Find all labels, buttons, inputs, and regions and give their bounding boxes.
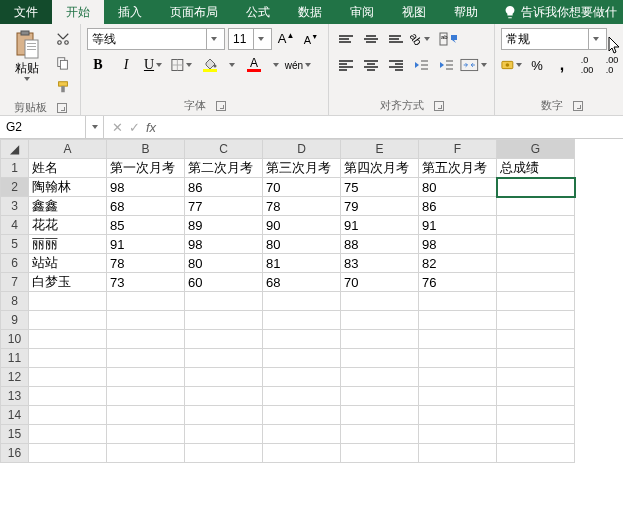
merge-center-button[interactable] (460, 54, 488, 76)
select-all-corner[interactable]: ◢ (1, 140, 29, 159)
row-header[interactable]: 2 (1, 178, 29, 197)
accounting-format-button[interactable] (501, 54, 523, 76)
cell[interactable] (419, 349, 497, 368)
cell[interactable] (107, 387, 185, 406)
cell[interactable] (341, 311, 419, 330)
cell[interactable]: 鑫鑫 (29, 197, 107, 216)
chevron-down-icon[interactable] (229, 63, 237, 67)
row-header[interactable]: 9 (1, 311, 29, 330)
increase-font-button[interactable]: A▲ (275, 28, 297, 50)
cell[interactable] (107, 311, 185, 330)
cell[interactable] (419, 311, 497, 330)
name-box-dropdown[interactable] (86, 116, 104, 138)
cell[interactable] (497, 406, 575, 425)
cell[interactable] (341, 349, 419, 368)
cell[interactable] (419, 406, 497, 425)
cell[interactable] (185, 349, 263, 368)
col-header[interactable]: E (341, 140, 419, 159)
cell[interactable] (29, 330, 107, 349)
cell[interactable] (263, 444, 341, 463)
increase-indent-button[interactable] (435, 54, 457, 76)
cell[interactable] (185, 368, 263, 387)
cell[interactable] (497, 216, 575, 235)
align-right-button[interactable] (385, 54, 407, 76)
row-header[interactable]: 16 (1, 444, 29, 463)
cell[interactable] (29, 311, 107, 330)
cell[interactable]: 花花 (29, 216, 107, 235)
row-header[interactable]: 3 (1, 197, 29, 216)
cell[interactable]: 68 (107, 197, 185, 216)
name-box[interactable]: G2 (0, 116, 86, 138)
cell[interactable] (341, 406, 419, 425)
cell[interactable]: 83 (341, 254, 419, 273)
row-header[interactable]: 11 (1, 349, 29, 368)
cell[interactable]: 89 (185, 216, 263, 235)
tab-file[interactable]: 文件 (0, 0, 52, 24)
cell[interactable]: 70 (263, 178, 341, 197)
cell[interactable]: 85 (107, 216, 185, 235)
tab-help[interactable]: 帮助 (440, 0, 492, 24)
cell[interactable] (497, 368, 575, 387)
row-header[interactable]: 10 (1, 330, 29, 349)
cell[interactable]: 98 (107, 178, 185, 197)
cell[interactable] (107, 292, 185, 311)
cell[interactable]: 70 (341, 273, 419, 292)
cell[interactable] (107, 425, 185, 444)
cell[interactable] (29, 368, 107, 387)
cell[interactable] (263, 406, 341, 425)
chevron-down-icon[interactable] (273, 63, 281, 67)
cell[interactable]: 第一次月考 (107, 159, 185, 178)
cell[interactable]: 91 (341, 216, 419, 235)
align-left-button[interactable] (335, 54, 357, 76)
cell[interactable]: 91 (107, 235, 185, 254)
font-color-button[interactable]: A (243, 54, 265, 76)
cell[interactable] (497, 235, 575, 254)
cell[interactable] (185, 311, 263, 330)
tab-insert[interactable]: 插入 (104, 0, 156, 24)
cell[interactable]: 76 (419, 273, 497, 292)
cell[interactable] (263, 368, 341, 387)
cell[interactable] (341, 330, 419, 349)
cell[interactable] (341, 368, 419, 387)
font-name-combo[interactable]: 等线 (87, 28, 225, 50)
align-bottom-button[interactable] (385, 28, 407, 50)
cell[interactable] (29, 387, 107, 406)
cell[interactable] (341, 444, 419, 463)
wrap-text-button[interactable]: ab (435, 28, 463, 50)
cell[interactable] (497, 444, 575, 463)
cell[interactable] (185, 425, 263, 444)
cell[interactable]: 81 (263, 254, 341, 273)
cell[interactable] (497, 197, 575, 216)
cell[interactable]: 75 (341, 178, 419, 197)
cell[interactable]: 91 (419, 216, 497, 235)
cell[interactable] (497, 387, 575, 406)
cell[interactable]: 第四次月考 (341, 159, 419, 178)
cell[interactable] (497, 349, 575, 368)
cell[interactable]: 86 (185, 178, 263, 197)
orientation-button[interactable]: ab (410, 28, 432, 50)
cell[interactable] (185, 292, 263, 311)
cell[interactable] (29, 406, 107, 425)
row-header[interactable]: 12 (1, 368, 29, 387)
insert-function-button[interactable]: fx (146, 120, 156, 135)
cell[interactable]: 80 (185, 254, 263, 273)
cell[interactable]: 88 (341, 235, 419, 254)
cell[interactable] (29, 425, 107, 444)
cell[interactable]: 80 (419, 178, 497, 197)
cut-button[interactable] (52, 28, 74, 50)
spreadsheet-grid[interactable]: ◢ABCDEFG1姓名第一次月考第二次月考第三次月考第四次月考第五次月考总成绩2… (0, 139, 623, 506)
cell[interactable]: 姓名 (29, 159, 107, 178)
cell[interactable] (107, 349, 185, 368)
italic-button[interactable]: I (115, 54, 137, 76)
cell[interactable] (419, 292, 497, 311)
cell[interactable]: 第五次月考 (419, 159, 497, 178)
font-size-combo[interactable]: 11 (228, 28, 272, 50)
row-header[interactable]: 15 (1, 425, 29, 444)
cell[interactable] (419, 368, 497, 387)
phonetic-button[interactable]: wén (287, 54, 309, 76)
underline-button[interactable]: U (143, 54, 165, 76)
fill-color-button[interactable] (199, 54, 221, 76)
cell[interactable]: 60 (185, 273, 263, 292)
dialog-launcher-icon[interactable] (573, 101, 583, 111)
border-button[interactable] (171, 54, 193, 76)
